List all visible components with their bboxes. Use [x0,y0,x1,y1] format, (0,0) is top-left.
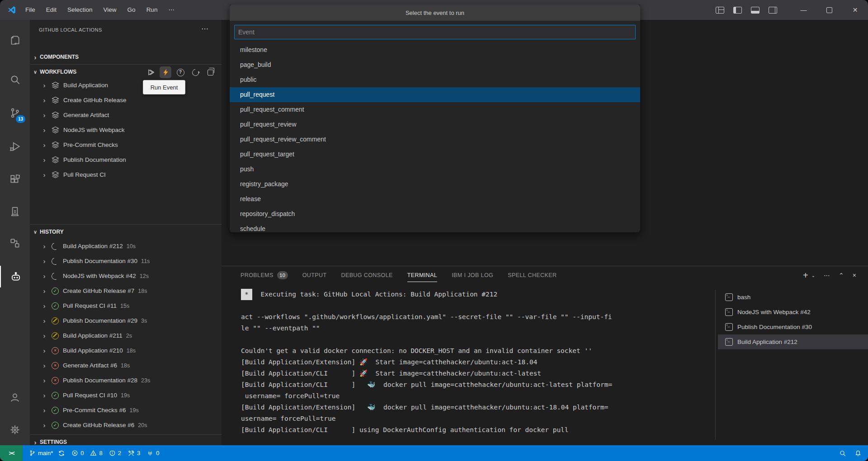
screencast-zoom-icon[interactable] [839,450,846,457]
toggle-secondary-sidebar-icon[interactable] [769,7,777,14]
extensions-icon[interactable] [0,169,30,190]
menu-item[interactable]: File [20,4,41,16]
settings-gear-icon[interactable] [0,419,30,441]
maximize-panel-icon[interactable]: ⌃ [839,272,844,279]
quickpick-item[interactable]: schedule [230,221,640,232]
history-section-header[interactable]: HISTORY [30,225,222,239]
workflow-item[interactable]: Generate Artifact [30,108,222,122]
history-item[interactable]: Publish Documentation #29 3s [30,313,222,328]
help-icon[interactable]: ? [175,66,186,78]
workflow-label: Publish Documentation [63,156,126,163]
github-local-actions-icon[interactable] [0,266,31,287]
panel-tab[interactable]: DEBUG CONSOLE [341,266,392,284]
toggle-sidebar-icon[interactable] [733,7,742,14]
object-browser-icon[interactable] [0,232,30,254]
search-icon[interactable] [0,69,30,91]
terminal-dropdown-icon[interactable]: ⌄ [811,273,815,278]
panel-tab[interactable]: IBM I JOB LOG [452,266,493,284]
panel-more-icon[interactable]: ⋯ [824,272,830,279]
panel-tab[interactable]: PROBLEMS 10 [241,266,288,284]
history-item[interactable]: Generate Artifact #6 18s [30,358,222,373]
workflow-item[interactable]: Publish Documentation [30,152,222,167]
history-item[interactable]: Build Application #211 2s [30,328,222,343]
quickpick-item[interactable]: registry_package [230,177,640,192]
close-panel-icon[interactable]: × [853,272,856,279]
workflow-item[interactable]: Build Application [30,78,222,93]
run-all-icon[interactable] [145,66,156,78]
menu-item[interactable]: Selection [62,4,98,16]
menu-item[interactable]: View [98,4,122,16]
close-button[interactable]: ✕ [842,0,868,20]
open-all-icon[interactable] [204,66,216,78]
info-icon [109,450,116,456]
maximize-button[interactable] [816,0,842,20]
new-terminal-icon[interactable]: + [803,270,808,281]
workflow-item[interactable]: Pre-Commit Checks [30,137,222,152]
source-control-icon[interactable]: 13 [0,102,30,124]
terminal-list-item[interactable]: Publish Documentation #30 [718,320,868,334]
quickpick-item[interactable]: pull_request_target [230,147,640,162]
chevron-right-icon [41,302,48,310]
history-item[interactable]: Pull Request CI #10 19s [30,388,222,403]
explorer-icon[interactable] [0,29,30,51]
panel-tab[interactable]: OUTPUT [302,266,327,284]
quickpick-input[interactable] [234,25,636,39]
branch-indicator[interactable]: main* [29,450,65,457]
quickpick-item[interactable]: push [230,162,640,177]
git-branch-icon [29,450,36,456]
menu-item[interactable]: Run [141,4,163,16]
notifications-bell-icon[interactable] [854,450,862,457]
history-item[interactable]: Pull Request CI #11 15s [30,298,222,313]
quickpick-item[interactable]: pull_request [230,87,640,102]
quickpick-item[interactable]: public [230,72,640,87]
terminal-list-item[interactable]: Build Application #212 [718,334,868,349]
history-item[interactable]: Pre-Commit Checks #6 19s [30,403,222,418]
workflows-section-header[interactable]: WORKFLOWS ? [30,65,222,79]
history-item[interactable]: Build Application #212 10s [30,239,222,254]
terminal-list-item[interactable]: bash [718,290,868,305]
menu-item[interactable]: Edit [41,4,62,16]
toggle-panel-icon[interactable] [751,7,760,14]
workflow-item[interactable]: Create GitHub Release [30,93,222,108]
workflow-item[interactable]: Pull Request CI [30,167,222,182]
refresh-icon[interactable] [189,66,201,78]
tools-indicator[interactable]: 3 [127,450,140,457]
quickpick-item[interactable]: release [230,192,640,207]
remote-indicator[interactable]: >< [0,445,23,461]
quickpick-item[interactable]: pull_request_comment [230,102,640,117]
history-item[interactable]: Publish Documentation #30 11s [30,254,222,268]
accounts-icon[interactable] [0,386,30,408]
settings-section-header[interactable]: SETTINGS [30,435,222,445]
components-section-header[interactable]: COMPONENTS [30,50,222,64]
feedback-indicator[interactable]: 0 [146,450,159,457]
chevron-right-icon [41,126,48,134]
panel-tab[interactable]: TERMINAL [407,266,437,284]
remote-explorer-icon[interactable] [0,201,30,222]
workflows-tree: Build Application Create GitHub Release [30,78,222,182]
history-item[interactable]: Publish Documentation #28 23s [30,373,222,388]
menu-item[interactable]: Go [122,4,141,16]
status-bar: >< main* 0 [0,445,868,461]
history-item[interactable]: NodeJS with Webpack #42 12s [30,268,222,283]
history-item[interactable]: Create GitHub Release #7 18s [30,283,222,298]
minimize-button[interactable]: ― [791,0,816,20]
run-event-icon[interactable] [160,66,171,78]
problems-indicator[interactable]: 0 8 2 [71,450,121,456]
customize-layout-icon[interactable] [716,7,724,14]
quickpick-item[interactable]: pull_request_review_comment [230,132,640,147]
quickpick-item[interactable]: milestone [230,42,640,57]
quickpick-item[interactable]: pull_request_review [230,117,640,132]
sidebar-more-actions-icon[interactable]: ⋯ [201,24,209,33]
panel-tabs: PROBLEMS 10 OUTPUT DEBUG CONSOLE TERMINA… [241,266,557,284]
vscode-logo-icon [7,5,16,14]
run-debug-icon[interactable] [0,136,30,157]
quickpick-item[interactable]: page_build [230,57,640,72]
terminal-list-item[interactable]: NodeJS with Webpack #42 [718,305,868,320]
menu-item[interactable]: ⋯ [163,4,180,16]
history-item[interactable]: Create GitHub Release #6 20s [30,418,222,433]
workflow-item[interactable]: NodeJS with Webpack [30,122,222,137]
panel-tab[interactable]: SPELL CHECKER [508,266,557,284]
chevron-right-icon [41,272,48,280]
quickpick-item[interactable]: repository_dispatch [230,207,640,221]
history-item[interactable]: Build Application #210 18s [30,343,222,358]
